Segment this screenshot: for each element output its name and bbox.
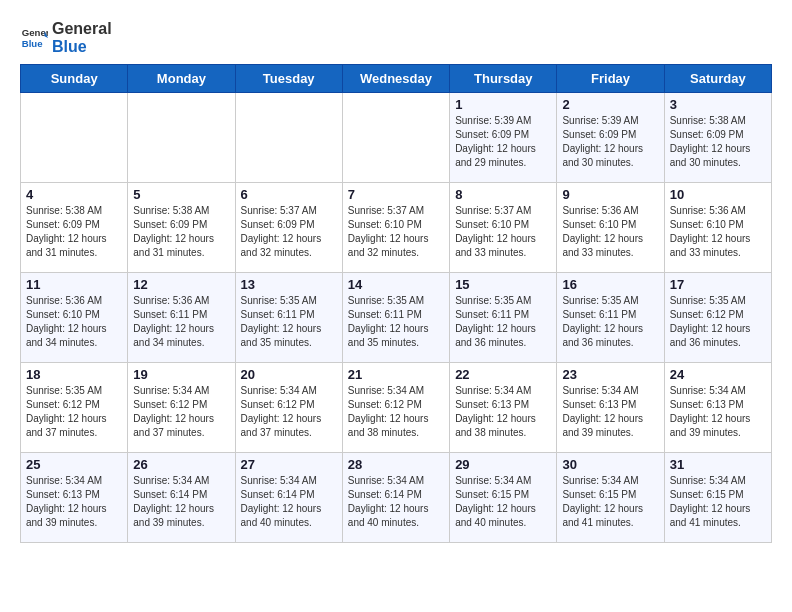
table-row: 23Sunrise: 5:34 AMSunset: 6:13 PMDayligh… — [557, 363, 664, 453]
table-row: 28Sunrise: 5:34 AMSunset: 6:14 PMDayligh… — [342, 453, 449, 543]
day-number: 10 — [670, 187, 766, 202]
table-row — [21, 93, 128, 183]
day-number: 17 — [670, 277, 766, 292]
day-number: 28 — [348, 457, 444, 472]
day-number: 16 — [562, 277, 658, 292]
table-row: 16Sunrise: 5:35 AMSunset: 6:11 PMDayligh… — [557, 273, 664, 363]
day-info: Sunrise: 5:34 AMSunset: 6:13 PMDaylight:… — [562, 384, 658, 440]
day-info: Sunrise: 5:35 AMSunset: 6:11 PMDaylight:… — [241, 294, 337, 350]
week-row-1: 1Sunrise: 5:39 AMSunset: 6:09 PMDaylight… — [21, 93, 772, 183]
table-row: 25Sunrise: 5:34 AMSunset: 6:13 PMDayligh… — [21, 453, 128, 543]
table-row: 11Sunrise: 5:36 AMSunset: 6:10 PMDayligh… — [21, 273, 128, 363]
table-row: 22Sunrise: 5:34 AMSunset: 6:13 PMDayligh… — [450, 363, 557, 453]
day-number: 1 — [455, 97, 551, 112]
day-info: Sunrise: 5:34 AMSunset: 6:12 PMDaylight:… — [348, 384, 444, 440]
table-row: 29Sunrise: 5:34 AMSunset: 6:15 PMDayligh… — [450, 453, 557, 543]
week-row-4: 18Sunrise: 5:35 AMSunset: 6:12 PMDayligh… — [21, 363, 772, 453]
table-row: 30Sunrise: 5:34 AMSunset: 6:15 PMDayligh… — [557, 453, 664, 543]
table-row: 6Sunrise: 5:37 AMSunset: 6:09 PMDaylight… — [235, 183, 342, 273]
day-info: Sunrise: 5:34 AMSunset: 6:15 PMDaylight:… — [562, 474, 658, 530]
day-info: Sunrise: 5:38 AMSunset: 6:09 PMDaylight:… — [26, 204, 122, 260]
table-row: 20Sunrise: 5:34 AMSunset: 6:12 PMDayligh… — [235, 363, 342, 453]
weekday-header-sunday: Sunday — [21, 65, 128, 93]
day-number: 29 — [455, 457, 551, 472]
day-number: 31 — [670, 457, 766, 472]
table-row: 15Sunrise: 5:35 AMSunset: 6:11 PMDayligh… — [450, 273, 557, 363]
table-row: 31Sunrise: 5:34 AMSunset: 6:15 PMDayligh… — [664, 453, 771, 543]
day-number: 5 — [133, 187, 229, 202]
table-row: 9Sunrise: 5:36 AMSunset: 6:10 PMDaylight… — [557, 183, 664, 273]
day-number: 2 — [562, 97, 658, 112]
day-info: Sunrise: 5:36 AMSunset: 6:11 PMDaylight:… — [133, 294, 229, 350]
weekday-header-wednesday: Wednesday — [342, 65, 449, 93]
table-row: 21Sunrise: 5:34 AMSunset: 6:12 PMDayligh… — [342, 363, 449, 453]
day-number: 7 — [348, 187, 444, 202]
day-info: Sunrise: 5:34 AMSunset: 6:15 PMDaylight:… — [455, 474, 551, 530]
day-number: 27 — [241, 457, 337, 472]
day-number: 23 — [562, 367, 658, 382]
logo-blue: Blue — [52, 38, 87, 55]
day-info: Sunrise: 5:34 AMSunset: 6:14 PMDaylight:… — [241, 474, 337, 530]
table-row: 14Sunrise: 5:35 AMSunset: 6:11 PMDayligh… — [342, 273, 449, 363]
day-info: Sunrise: 5:36 AMSunset: 6:10 PMDaylight:… — [562, 204, 658, 260]
weekday-header-row: SundayMondayTuesdayWednesdayThursdayFrid… — [21, 65, 772, 93]
table-row: 3Sunrise: 5:38 AMSunset: 6:09 PMDaylight… — [664, 93, 771, 183]
table-row: 10Sunrise: 5:36 AMSunset: 6:10 PMDayligh… — [664, 183, 771, 273]
day-info: Sunrise: 5:34 AMSunset: 6:12 PMDaylight:… — [241, 384, 337, 440]
day-number: 11 — [26, 277, 122, 292]
day-number: 14 — [348, 277, 444, 292]
logo-icon: General Blue — [20, 24, 48, 52]
table-row: 7Sunrise: 5:37 AMSunset: 6:10 PMDaylight… — [342, 183, 449, 273]
table-row: 26Sunrise: 5:34 AMSunset: 6:14 PMDayligh… — [128, 453, 235, 543]
day-number: 4 — [26, 187, 122, 202]
table-row: 17Sunrise: 5:35 AMSunset: 6:12 PMDayligh… — [664, 273, 771, 363]
day-number: 18 — [26, 367, 122, 382]
day-info: Sunrise: 5:36 AMSunset: 6:10 PMDaylight:… — [670, 204, 766, 260]
day-number: 30 — [562, 457, 658, 472]
table-row — [128, 93, 235, 183]
day-number: 9 — [562, 187, 658, 202]
svg-text:General: General — [22, 27, 48, 38]
day-number: 8 — [455, 187, 551, 202]
weekday-header-thursday: Thursday — [450, 65, 557, 93]
day-number: 13 — [241, 277, 337, 292]
day-info: Sunrise: 5:35 AMSunset: 6:11 PMDaylight:… — [348, 294, 444, 350]
day-info: Sunrise: 5:34 AMSunset: 6:13 PMDaylight:… — [455, 384, 551, 440]
day-number: 6 — [241, 187, 337, 202]
day-info: Sunrise: 5:37 AMSunset: 6:10 PMDaylight:… — [348, 204, 444, 260]
table-row: 1Sunrise: 5:39 AMSunset: 6:09 PMDaylight… — [450, 93, 557, 183]
weekday-header-saturday: Saturday — [664, 65, 771, 93]
day-info: Sunrise: 5:34 AMSunset: 6:14 PMDaylight:… — [133, 474, 229, 530]
page-header: General Blue General Blue — [20, 20, 772, 56]
table-row: 2Sunrise: 5:39 AMSunset: 6:09 PMDaylight… — [557, 93, 664, 183]
table-row — [342, 93, 449, 183]
day-number: 20 — [241, 367, 337, 382]
table-row: 4Sunrise: 5:38 AMSunset: 6:09 PMDaylight… — [21, 183, 128, 273]
table-row: 8Sunrise: 5:37 AMSunset: 6:10 PMDaylight… — [450, 183, 557, 273]
logo: General Blue General Blue — [20, 20, 112, 56]
weekday-header-friday: Friday — [557, 65, 664, 93]
day-info: Sunrise: 5:37 AMSunset: 6:10 PMDaylight:… — [455, 204, 551, 260]
day-info: Sunrise: 5:34 AMSunset: 6:14 PMDaylight:… — [348, 474, 444, 530]
calendar-table: SundayMondayTuesdayWednesdayThursdayFrid… — [20, 64, 772, 543]
day-info: Sunrise: 5:37 AMSunset: 6:09 PMDaylight:… — [241, 204, 337, 260]
day-number: 3 — [670, 97, 766, 112]
weekday-header-monday: Monday — [128, 65, 235, 93]
svg-text:Blue: Blue — [22, 38, 43, 49]
week-row-2: 4Sunrise: 5:38 AMSunset: 6:09 PMDaylight… — [21, 183, 772, 273]
table-row: 24Sunrise: 5:34 AMSunset: 6:13 PMDayligh… — [664, 363, 771, 453]
day-number: 19 — [133, 367, 229, 382]
table-row: 12Sunrise: 5:36 AMSunset: 6:11 PMDayligh… — [128, 273, 235, 363]
day-info: Sunrise: 5:35 AMSunset: 6:12 PMDaylight:… — [26, 384, 122, 440]
day-number: 22 — [455, 367, 551, 382]
day-info: Sunrise: 5:35 AMSunset: 6:12 PMDaylight:… — [670, 294, 766, 350]
logo-general: General — [52, 20, 112, 37]
week-row-5: 25Sunrise: 5:34 AMSunset: 6:13 PMDayligh… — [21, 453, 772, 543]
day-info: Sunrise: 5:38 AMSunset: 6:09 PMDaylight:… — [133, 204, 229, 260]
table-row: 27Sunrise: 5:34 AMSunset: 6:14 PMDayligh… — [235, 453, 342, 543]
day-info: Sunrise: 5:34 AMSunset: 6:12 PMDaylight:… — [133, 384, 229, 440]
day-info: Sunrise: 5:34 AMSunset: 6:13 PMDaylight:… — [26, 474, 122, 530]
day-number: 26 — [133, 457, 229, 472]
day-number: 15 — [455, 277, 551, 292]
table-row — [235, 93, 342, 183]
